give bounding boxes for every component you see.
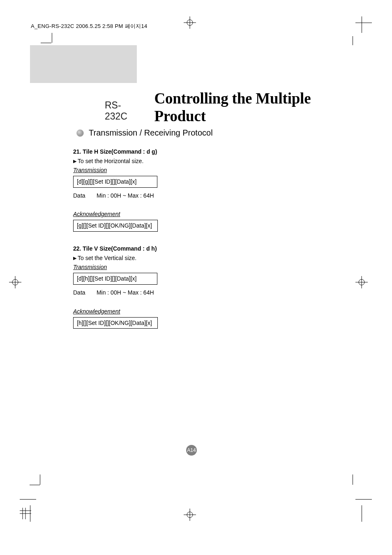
rs232c-label: RS-232C: [105, 100, 143, 125]
crop-mark: [355, 499, 372, 500]
cmd22-transmission-label: Transmission: [73, 263, 107, 271]
section-title: Transmission / Receiving Protocol: [89, 128, 213, 138]
cmd22-transmission-code: [d][h][][Set ID][][Data][x]: [73, 273, 157, 285]
right-arrow-icon: ▶: [73, 255, 76, 261]
crop-mark: [40, 474, 40, 485]
page-number-badge: A14: [186, 445, 197, 456]
cmd21-data-range: Min : 00H ~ Max : 64H: [97, 192, 154, 199]
cmd22-title: 22. Tile V Size(Command : d h): [73, 245, 303, 253]
section-heading: Transmission / Receiving Protocol: [76, 128, 213, 138]
cmd21-ack-code: [g][][Set ID][][OK/NG][Data][x]: [73, 220, 158, 232]
registration-corner-icon: [20, 508, 31, 519]
cmd21-data-row: Data Min : 00H ~ Max : 64H: [73, 192, 303, 200]
registration-mark-icon: [9, 276, 21, 288]
right-arrow-icon: ▶: [73, 158, 76, 164]
crop-mark: [41, 43, 51, 43]
cmd21-transmission-code: [d][g][][Set ID][][Data][x]: [73, 176, 157, 188]
crop-mark: [353, 36, 353, 45]
cmd21-desc: ▶To set the Horizontal size.: [73, 157, 303, 165]
body-content: 21. Tile H Size(Command : d g) ▶To set t…: [73, 148, 303, 329]
bullet-icon: [76, 129, 84, 137]
crop-mark: [355, 23, 372, 23]
crop-mark: [30, 485, 40, 485]
crop-mark: [52, 33, 52, 43]
cmd22-data-label: Data: [73, 289, 95, 297]
page-number: A14: [187, 447, 196, 453]
cmd21-desc-text: To set the Horizontal size.: [78, 158, 143, 164]
cmd21-transmission-label: Transmission: [73, 166, 107, 174]
page-heading: RS-232C Controlling the Multiple Product: [105, 90, 361, 125]
crop-mark: [20, 499, 36, 500]
cmd22-data-range: Min : 00H ~ Max : 64H: [97, 289, 154, 296]
registration-mark-icon: [184, 509, 196, 521]
crop-mark: [353, 474, 353, 485]
crop-mark: [362, 16, 362, 33]
cmd21-data-label: Data: [73, 192, 95, 200]
cmd22-ack-code: [h][][Set ID][][OK/NG][Data][x]: [73, 317, 158, 329]
cmd22-desc-text: To set the Vertical size.: [78, 255, 136, 261]
cmd21-ack-label: Acknowledgement: [73, 210, 120, 218]
cmd22-desc: ▶To set the Vertical size.: [73, 254, 303, 262]
registration-mark-icon: [355, 276, 368, 288]
page-accent-band: [30, 45, 137, 83]
cmd22-data-row: Data Min : 00H ~ Max : 64H: [73, 289, 303, 297]
crop-mark: [362, 505, 362, 522]
cmd21-title: 21. Tile H Size(Command : d g): [73, 148, 303, 156]
print-job-header: A_ENG-RS-232C 2006.5.25 2:58 PM 페이지14: [31, 23, 148, 30]
cmd22-ack-label: Acknowledgement: [73, 308, 120, 315]
registration-mark-icon: [184, 16, 196, 29]
page-title: Controlling the Multiple Product: [154, 90, 361, 125]
